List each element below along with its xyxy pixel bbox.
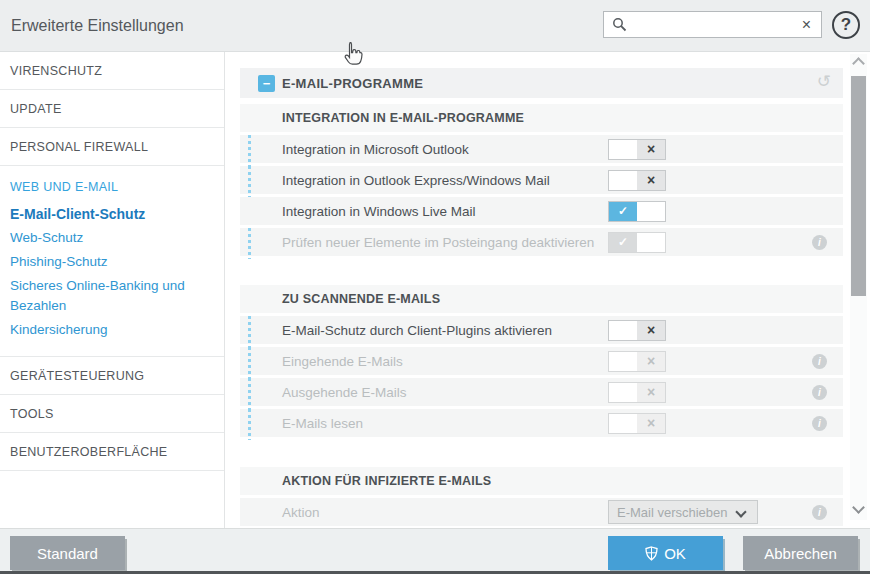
- toggle-switch[interactable]: ×: [608, 320, 666, 341]
- row-label: Eingehende E-Mails: [282, 354, 403, 369]
- toggle-switch[interactable]: ×: [608, 139, 666, 160]
- sidebar-item-web-und-email[interactable]: WEB UND E-MAIL: [10, 172, 214, 202]
- setting-row: Integration in Microsoft Outlook ×: [240, 135, 843, 163]
- row-label: Integration in Windows Live Mail: [282, 204, 476, 219]
- row-label: Aktion: [282, 505, 320, 520]
- info-icon[interactable]: i: [812, 385, 827, 400]
- standard-button[interactable]: Standard: [10, 536, 125, 570]
- sidebar-subitem-email-client-schutz[interactable]: E-Mail-Client-Schutz: [10, 202, 214, 226]
- sidebar-subitem-sicheres-online-banking[interactable]: Sicheres Online-Banking und Bezahlen: [10, 274, 214, 318]
- scroll-thumb[interactable]: [851, 76, 866, 296]
- toggle-cross-icon: ×: [647, 323, 655, 337]
- toggle-switch: ×: [608, 413, 666, 434]
- row-label: E-Mail-Schutz durch Client-Plugins aktiv…: [282, 323, 552, 338]
- info-icon[interactable]: i: [812, 416, 827, 431]
- page-title: Erweiterte Einstellungen: [11, 0, 184, 52]
- sidebar-subitem-web-schutz[interactable]: Web-Schutz: [10, 226, 214, 250]
- toggle-check-icon: ✓: [618, 236, 628, 248]
- revert-button[interactable]: ↺: [817, 73, 831, 90]
- toggle-switch: ✓: [608, 232, 666, 253]
- toggle-switch: ×: [608, 382, 666, 403]
- sidebar: VIRENSCHUTZ UPDATE PERSONAL FIREWALL WEB…: [0, 52, 225, 528]
- chevron-down-icon: [735, 506, 746, 517]
- search-icon: [612, 17, 627, 32]
- select-value: E-Mail verschieben nach: [617, 505, 729, 520]
- row-label: Prüfen neuer Elemente im Posteingang dea…: [282, 235, 594, 250]
- row-label: Integration in Outlook Express/Windows M…: [282, 173, 550, 188]
- sidebar-subitem-phishing-schutz[interactable]: Phishing-Schutz: [10, 250, 214, 274]
- info-icon[interactable]: i: [812, 235, 827, 250]
- sidebar-item-tools[interactable]: TOOLS: [0, 395, 224, 433]
- sidebar-subitem-kindersicherung[interactable]: Kindersicherung: [10, 318, 214, 342]
- section-heading: ZU SCANNENDE E-MAILS: [240, 285, 843, 313]
- row-label: Integration in Microsoft Outlook: [282, 142, 469, 157]
- setting-row: Integration in Windows Live Mail ✓: [240, 197, 843, 225]
- sidebar-item-virenschutz[interactable]: VIRENSCHUTZ: [0, 52, 224, 90]
- info-icon[interactable]: i: [812, 505, 827, 520]
- action-select: E-Mail verschieben nach: [608, 500, 758, 524]
- collapse-button[interactable]: −: [258, 75, 275, 92]
- sidebar-item-personal-firewall[interactable]: PERSONAL FIREWALL: [0, 128, 224, 166]
- scroll-up-button[interactable]: [852, 57, 865, 70]
- toggle-cross-icon: ×: [647, 354, 655, 368]
- footer: Standard OK Abbrechen: [0, 528, 870, 571]
- minus-icon: −: [263, 77, 271, 90]
- help-button[interactable]: ?: [832, 11, 860, 39]
- setting-row: Integration in Outlook Express/Windows M…: [240, 166, 843, 194]
- search-input[interactable]: [633, 17, 800, 32]
- question-icon: ?: [841, 15, 851, 35]
- content-scrollbar[interactable]: [850, 54, 867, 520]
- sidebar-item-geraetesteuerung[interactable]: GERÄTESTEUERUNG: [0, 357, 224, 395]
- setting-row: Prüfen neuer Elemente im Posteingang dea…: [240, 228, 843, 256]
- sidebar-group-web-und-email: WEB UND E-MAIL E-Mail-Client-Schutz Web-…: [0, 166, 224, 357]
- shield-icon: [645, 546, 658, 561]
- sidebar-item-update[interactable]: UPDATE: [0, 90, 224, 128]
- setting-row: Aktion E-Mail verschieben nach i: [240, 498, 843, 526]
- toggle-cross-icon: ×: [647, 385, 655, 399]
- toggle-switch: ×: [608, 351, 666, 372]
- scroll-down-button[interactable]: [852, 501, 865, 514]
- row-label: E-Mails lesen: [282, 416, 363, 431]
- toggle-check-icon: ✓: [618, 205, 628, 217]
- setting-row: E-Mails lesen × i: [240, 409, 843, 437]
- section-heading: INTEGRATION IN E-MAIL-PROGRAMME: [240, 104, 843, 132]
- section-heading: AKTION FÜR INFIZIERTE E-MAILS: [240, 467, 843, 495]
- setting-row: E-Mail-Schutz durch Client-Plugins aktiv…: [240, 316, 843, 344]
- setting-row: Ausgehende E-Mails × i: [240, 378, 843, 406]
- topbar: Erweiterte Einstellungen × ?: [0, 0, 870, 52]
- undo-icon: ↺: [817, 71, 831, 91]
- toggle-cross-icon: ×: [647, 416, 655, 430]
- sidebar-item-benutzeroberflaeche[interactable]: BENUTZEROBERFLÄCHE: [0, 433, 224, 471]
- cancel-button[interactable]: Abbrechen: [743, 536, 858, 570]
- setting-row: Eingehende E-Mails × i: [240, 347, 843, 375]
- row-label: Ausgehende E-Mails: [282, 385, 407, 400]
- search-box[interactable]: ×: [603, 11, 822, 38]
- toggle-cross-icon: ×: [647, 142, 655, 156]
- search-clear-button[interactable]: ×: [800, 17, 813, 33]
- toggle-cross-icon: ×: [647, 173, 655, 187]
- info-icon[interactable]: i: [812, 354, 827, 369]
- ok-button[interactable]: OK: [608, 536, 723, 570]
- toggle-switch[interactable]: ×: [608, 170, 666, 191]
- main-panel: − E-MAIL-PROGRAMME ↺ INTEGRATION IN E-MA…: [225, 52, 870, 528]
- toggle-switch[interactable]: ✓: [608, 201, 666, 222]
- hand-cursor-icon: [341, 41, 363, 71]
- advanced-settings-window: Erweiterte Einstellungen × ? VIRENSCHUTZ…: [0, 0, 870, 574]
- panel-header: − E-MAIL-PROGRAMME ↺: [240, 68, 843, 98]
